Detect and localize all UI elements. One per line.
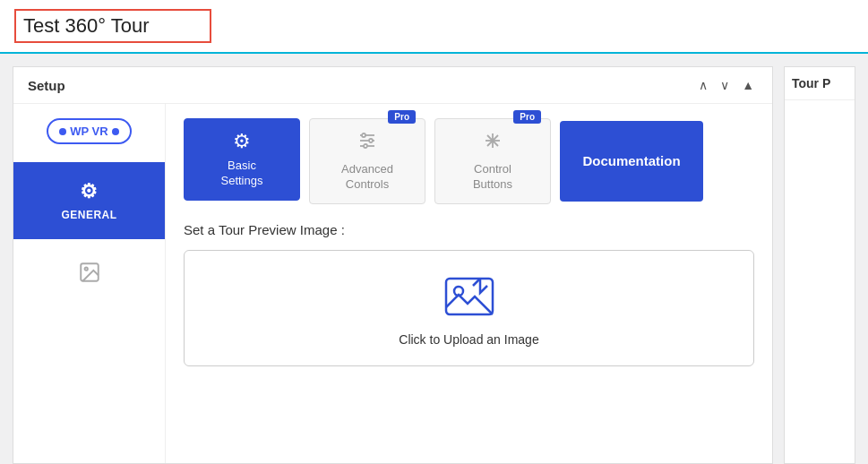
title-bar [0, 0, 868, 54]
setup-body: WP VR ⚙ GENERAL [13, 104, 772, 463]
svg-rect-12 [446, 279, 493, 314]
advanced-controls-icon [357, 130, 378, 157]
documentation-button[interactable]: Documentation [560, 121, 703, 202]
upload-box[interactable]: Click to Upload an Image [184, 250, 754, 366]
sidebar-item-image[interactable] [13, 243, 165, 307]
tab-basic-settings-label: BasicSettings [221, 159, 263, 189]
tab-basic-settings[interactable]: ⚙ BasicSettings [184, 118, 300, 201]
setup-panel: Setup ∧ ∨ ▲ WP VR ⚙ GEN [13, 66, 773, 464]
logo-text: WP VR [70, 125, 107, 138]
svg-point-1 [84, 268, 87, 271]
general-icon: ⚙ [80, 180, 99, 203]
advanced-controls-pro-badge: Pro [388, 110, 416, 124]
svg-point-7 [364, 144, 367, 148]
upload-image-icon [443, 270, 496, 323]
logo-area: WP VR [47, 118, 131, 144]
setup-header-controls: ∧ ∨ ▲ [695, 76, 758, 94]
upload-text: Click to Upload an Image [399, 332, 538, 347]
sidebar-item-general[interactable]: ⚙ GENERAL [13, 162, 165, 239]
logo-dot-right [112, 128, 119, 135]
collapse-down-button[interactable]: ∨ [717, 76, 733, 94]
content-area: ⚙ BasicSettings Pro [166, 104, 772, 463]
tour-title-input[interactable] [14, 9, 211, 43]
svg-point-6 [369, 139, 373, 142]
tab-advanced-controls[interactable]: Pro AdvancedControls [309, 118, 425, 204]
svg-point-5 [362, 133, 365, 137]
setup-title: Setup [28, 78, 65, 93]
right-panel: Tour P [784, 66, 855, 464]
control-buttons-pro-badge: Pro [513, 110, 541, 124]
tab-row: ⚙ BasicSettings Pro [184, 118, 754, 204]
preview-label: Set a Tour Preview Image : [184, 222, 754, 237]
sidebar: WP VR ⚙ GENERAL [13, 104, 166, 463]
control-buttons-icon [482, 130, 503, 157]
tab-advanced-controls-label: AdvancedControls [341, 162, 393, 193]
right-panel-title: Tour P [785, 67, 855, 100]
logo-dot-left [59, 128, 66, 135]
wpvr-logo: WP VR [47, 118, 131, 144]
basic-settings-icon: ⚙ [233, 130, 251, 153]
sidebar-item-label-general: GENERAL [61, 209, 116, 221]
setup-header: Setup ∧ ∨ ▲ [13, 67, 772, 104]
image-icon [78, 261, 101, 289]
collapse-toggle-button[interactable]: ▲ [738, 76, 758, 94]
collapse-up-button[interactable]: ∧ [695, 76, 711, 94]
main-layout: Setup ∧ ∨ ▲ WP VR ⚙ GEN [0, 54, 868, 464]
preview-section: Set a Tour Preview Image : Click to Uplo… [184, 222, 754, 366]
tab-control-buttons-label: ControlButtons [473, 162, 512, 193]
tab-control-buttons[interactable]: Pro ControlButtons [434, 118, 551, 204]
